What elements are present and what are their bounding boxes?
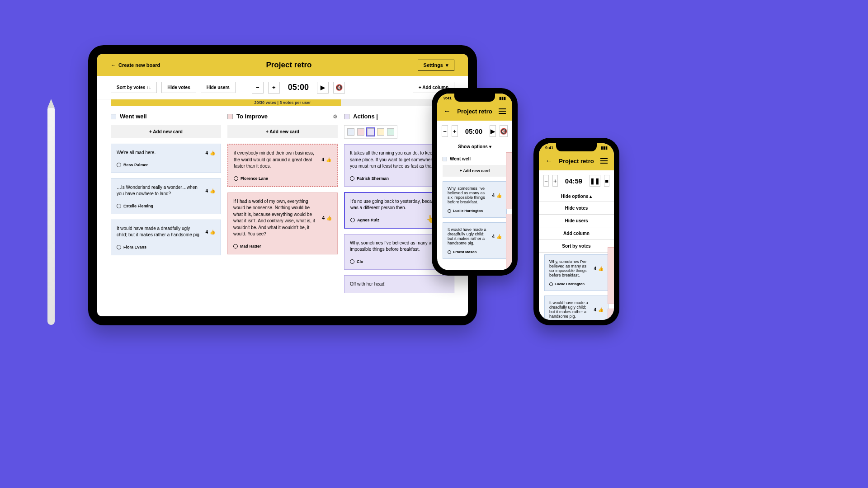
card[interactable]: It would have made a dreadfully ugly chi… (443, 222, 507, 259)
card[interactable]: Why, sometimes I've believed as many as … (544, 254, 609, 291)
card-author: Mad Hatter (233, 244, 332, 249)
column-title-editing[interactable]: Actions | (353, 113, 378, 120)
card-text: Why, sometimes I've believed as many as … (549, 259, 590, 277)
menu-hide-users[interactable]: Hide users (539, 215, 614, 227)
timer-pause-button[interactable]: ❚❚ (590, 175, 600, 187)
phone-topbar: ← Project retro (437, 103, 512, 121)
timer-stop-button[interactable]: ■ (604, 175, 609, 187)
phone-body: Why, sometimes I've believed as many as … (539, 253, 614, 320)
menu-icon[interactable] (499, 108, 506, 114)
card[interactable]: Off with her head! (344, 275, 454, 293)
menu-sort-by-votes[interactable]: Sort by votes (539, 240, 614, 253)
vote-progress-bar: 20/30 votes | 3 votes per user (111, 99, 454, 106)
phone-controls: − + 04:59 ❚❚ ■ (539, 170, 614, 191)
menu-hide-votes[interactable]: Hide votes (539, 202, 614, 215)
hide-votes-button[interactable]: Hide votes (161, 82, 196, 93)
timer-display: 05:00 (465, 127, 482, 135)
vote-count[interactable]: 4 👍 (492, 186, 502, 204)
card[interactable]: It would have made a dreadfully ugly chi… (111, 220, 221, 255)
column-to-improve: To Improve ⚙ + Add new card if everybody… (227, 113, 338, 309)
card-text: Off with her head! (350, 281, 448, 288)
color-picker (344, 125, 397, 139)
card[interactable]: …Is Wonderland really a wonder…when you … (111, 178, 221, 214)
board-title: Project retro (457, 108, 492, 115)
status-time: 9:41 (443, 96, 452, 100)
color-option-green[interactable] (387, 128, 394, 136)
card[interactable]: It would have made a dreadfully ugly chi… (544, 296, 609, 320)
timer-plus-button[interactable]: + (268, 82, 280, 94)
timer-mute-button[interactable]: 🔇 (333, 82, 345, 94)
avatar-icon (117, 163, 121, 167)
phone-body: Went well + Add new card Why, sometimes … (437, 152, 512, 270)
vote-count[interactable]: 4 👍 (205, 150, 215, 156)
phone-screen-2: 9:41 ▮▮▮ ← Project retro − + 04:59 ❚❚ ■ … (539, 143, 614, 320)
column-title: Went well (450, 156, 471, 161)
color-option-purple[interactable] (367, 128, 374, 136)
status-icons: ▮▮▮ (601, 145, 608, 150)
chevron-up-icon: ▴ (590, 194, 592, 199)
color-option-blue[interactable] (347, 128, 354, 136)
card-text: If I had a world of my own, everything w… (233, 198, 317, 238)
phone-frame-1: 9:41 ▮▮▮ ← Project retro − + 05:00 ▶ 🔇 S… (432, 88, 518, 276)
hide-options-toggle[interactable]: Hide options ▴ (539, 191, 614, 202)
timer-minus-button[interactable]: − (543, 175, 549, 187)
add-card-button[interactable]: + Add new card (227, 125, 338, 138)
thumb-up-icon: 👍 (210, 150, 215, 155)
vote-count[interactable]: 4 👍 (205, 184, 215, 197)
card[interactable]: if everybody minded their own business, … (227, 144, 338, 187)
card-text: …Is Wonderland really a wonder…when you … (117, 184, 201, 197)
add-card-button[interactable]: + Add new card (443, 165, 507, 177)
topbar: ← Create new board Project retro Setting… (97, 54, 468, 76)
vote-count[interactable]: 4 👍 (205, 225, 215, 239)
vote-count[interactable]: 4 👍 (322, 198, 332, 238)
phone-screen-1: 9:41 ▮▮▮ ← Project retro − + 05:00 ▶ 🔇 S… (437, 94, 512, 270)
color-swatch (111, 114, 116, 119)
adjacent-column-peek (608, 247, 614, 320)
vote-count[interactable]: 4 👍 (321, 150, 331, 170)
timer-play-button[interactable]: ▶ (490, 125, 496, 137)
show-options-toggle[interactable]: Show options ▾ (437, 141, 512, 152)
card[interactable]: If I had a world of my own, everything w… (227, 192, 338, 254)
options-menu: Hide votes Hide users Add column Sort by… (539, 202, 614, 253)
column-went-well: Went well + Add new card We're all mad h… (111, 113, 221, 309)
back-icon[interactable]: ← (545, 157, 552, 165)
hide-users-button[interactable]: Hide users (201, 82, 236, 93)
card-author: Florence Lane (234, 176, 331, 181)
card-author: Estelle Fleming (117, 204, 215, 208)
sort-by-votes-button[interactable]: Sort by votes ↑↓ (111, 82, 157, 93)
color-option-yellow[interactable] (377, 128, 384, 136)
notch (556, 143, 597, 151)
chevron-down-icon: ▾ (489, 144, 491, 149)
timer-display: 05:00 (288, 83, 309, 92)
mute-icon: 🔇 (335, 84, 343, 91)
menu-icon[interactable] (600, 158, 608, 164)
control-bar: Sort by votes ↑↓ Hide votes Hide users −… (97, 76, 468, 99)
arrow-left-icon: ← (111, 62, 116, 68)
timer-display: 04:59 (565, 177, 582, 185)
color-swatch (443, 157, 447, 161)
board-columns: Went well + Add new card We're all mad h… (97, 106, 468, 316)
thumb-up-icon: 👍 (326, 157, 331, 162)
timer-minus-button[interactable]: − (442, 125, 448, 137)
settings-button[interactable]: Settings ▾ (418, 60, 454, 71)
phone-controls: − + 05:00 ▶ 🔇 (437, 121, 512, 141)
card[interactable]: We're all mad here. 4 👍 Bess Palmer (111, 144, 221, 173)
vote-count[interactable]: 4 👍 (594, 300, 604, 319)
column-header: Went well (443, 156, 507, 161)
color-option-red[interactable] (357, 128, 364, 136)
add-card-button[interactable]: + Add new card (111, 125, 221, 138)
card[interactable]: Why, sometimes I've believed as many as … (443, 181, 507, 218)
create-board-link[interactable]: ← Create new board (111, 62, 160, 68)
vote-count[interactable]: 4 👍 (594, 259, 604, 277)
gear-icon[interactable]: ⚙ (333, 113, 338, 120)
timer-minus-button[interactable]: − (252, 82, 264, 94)
card-author: Agnes Ruiz (357, 218, 379, 222)
timer-plus-button[interactable]: + (452, 125, 458, 137)
timer-plus-button[interactable]: + (552, 175, 558, 187)
menu-add-column[interactable]: Add column (539, 227, 614, 240)
vote-count[interactable]: 4 👍 (492, 227, 502, 245)
timer-play-button[interactable]: ▶ (317, 82, 329, 94)
back-icon[interactable]: ← (443, 107, 451, 115)
board-title: Project retro (559, 158, 594, 164)
timer-mute-button[interactable]: 🔇 (500, 125, 508, 137)
